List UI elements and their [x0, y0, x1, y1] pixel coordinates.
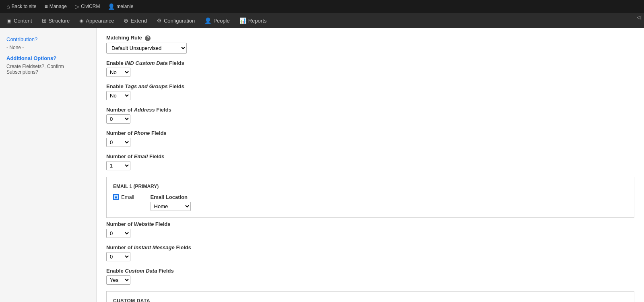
num-phone-italic: Phone — [134, 130, 150, 136]
num-website-group: Number of Website Fields 0 1 2 — [106, 221, 634, 238]
civicrm-label: CiviCRM — [81, 4, 100, 9]
num-instant-label: Number of Instant Message Fields — [106, 244, 634, 250]
appearance-icon: ◈ — [79, 17, 84, 24]
email-box-row: Email Email Location Home Work Other — [113, 194, 627, 211]
email-checkbox[interactable] — [113, 194, 119, 200]
enable-tags-suffix: Fields — [169, 83, 184, 89]
num-email-label-text: Number of — [106, 153, 132, 159]
custom-data-box: CUSTOM DATA Add dynamically ? File Cooki… — [106, 291, 634, 302]
num-address-group: Number of Address Fields 0 1 2 3 — [106, 107, 634, 124]
page-layout: Contribution? - None - Additional Option… — [0, 28, 644, 302]
nav-appearance-label: Appearance — [86, 18, 114, 24]
username-label: melanie — [116, 4, 133, 9]
sidebar-contribution-link[interactable]: Contribution? — [0, 35, 96, 44]
nav-extend[interactable]: ⊕ Extend — [119, 13, 151, 28]
num-address-italic: Address — [134, 107, 155, 113]
num-phone-suffix: Fields — [151, 130, 167, 136]
email-location-group: Email Location Home Work Other — [151, 194, 191, 211]
num-email-group: Number of Email Fields 0 1 2 3 — [106, 153, 634, 170]
sidebar-contribution-none: - None - — [0, 44, 96, 54]
matching-rule-select[interactable]: Default Unsupervised Individual Househol… — [106, 43, 187, 54]
enable-tags-italic: Tags and Groups — [125, 83, 167, 89]
num-phone-label-text: Number of — [106, 130, 132, 136]
num-email-select[interactable]: 0 1 2 3 — [106, 161, 130, 170]
num-website-italic: Website — [134, 221, 154, 227]
num-website-select[interactable]: 0 1 2 — [106, 229, 130, 238]
num-email-label: Number of Email Fields — [106, 153, 634, 159]
num-instant-group: Number of Instant Message Fields 0 1 2 — [106, 244, 634, 261]
nav-people[interactable]: 👤 People — [200, 13, 234, 28]
enable-ind-label: Enable IND Custom Data Fields — [106, 60, 634, 66]
collapse-icon: ◁| — [637, 14, 642, 20]
nav-configuration[interactable]: ⚙ Configuration — [152, 13, 200, 28]
num-website-label-text: Number of — [106, 221, 132, 227]
num-instant-label-text: Number of — [106, 244, 132, 250]
enable-custom-select[interactable]: No Yes — [106, 275, 130, 285]
civicrm-link[interactable]: ▷ CiviCRM — [72, 0, 103, 13]
nav-structure-label: Structure — [49, 18, 70, 24]
content-icon: ▣ — [6, 17, 12, 24]
enable-custom-group: Enable Custom Data Fields No Yes — [106, 268, 634, 285]
nav-content-label: Content — [14, 18, 32, 24]
matching-rule-label-text: Matching Rule — [106, 35, 142, 41]
enable-tags-select[interactable]: No Yes — [106, 91, 130, 100]
email-primary-box: EMAIL 1 (PRIMARY) Email Email Location H… — [106, 177, 634, 218]
email-location-select[interactable]: Home Work Other — [151, 202, 191, 211]
email-checkbox-label: Email — [121, 194, 134, 200]
structure-icon: ⊞ — [42, 17, 47, 24]
email-location-label: Email Location — [151, 194, 191, 200]
extend-icon: ⊕ — [124, 17, 128, 24]
enable-tags-label-text: Enable — [106, 83, 124, 89]
sidebar: Contribution? - None - Additional Option… — [0, 28, 97, 302]
manage-icon: ≡ — [45, 3, 48, 10]
matching-rule-group: Matching Rule ? Default Unsupervised Ind… — [106, 35, 634, 54]
nav-collapse[interactable]: ◁| — [636, 13, 642, 28]
enable-ind-suffix: Fields — [169, 60, 184, 66]
nav-people-label: People — [213, 18, 229, 24]
num-address-label-text: Number of — [106, 107, 132, 113]
people-icon: 👤 — [204, 17, 211, 24]
email-box-title: EMAIL 1 (PRIMARY) — [113, 184, 627, 189]
email-checkbox-group: Email — [113, 194, 134, 200]
enable-ind-select[interactable]: No Yes — [106, 68, 130, 77]
num-address-label: Number of Address Fields — [106, 107, 634, 113]
num-website-label: Number of Website Fields — [106, 221, 634, 227]
sidebar-additional-link[interactable]: Additional Options? — [0, 54, 96, 63]
manage-link[interactable]: ≡ Manage — [41, 0, 70, 13]
user-icon: 👤 — [108, 3, 115, 10]
back-to-site-label: Back to site — [11, 4, 36, 9]
nav-appearance[interactable]: ◈ Appearance — [74, 13, 119, 28]
num-address-suffix: Fields — [156, 107, 171, 113]
matching-rule-help-icon[interactable]: ? — [145, 35, 151, 41]
civicrm-icon: ▷ — [75, 3, 79, 10]
enable-custom-suffix: Fields — [159, 268, 174, 274]
nav-reports-label: Reports — [248, 18, 267, 24]
matching-rule-label: Matching Rule ? — [106, 35, 634, 41]
nav-bar: ▣ Content ⊞ Structure ◈ Appearance ⊕ Ext… — [0, 13, 644, 28]
nav-content[interactable]: ▣ Content — [2, 13, 37, 28]
enable-custom-label: Enable Custom Data Fields — [106, 268, 634, 274]
num-instant-italic: Instant Message — [134, 244, 175, 250]
manage-label: Manage — [50, 4, 67, 9]
user-link[interactable]: 👤 melanie — [105, 0, 136, 13]
num-address-select[interactable]: 0 1 2 3 — [106, 114, 130, 124]
enable-ind-label-text: Enable — [106, 60, 124, 66]
sidebar-additional-desc: Create Fieldsets?, Confirm Subscriptions… — [0, 63, 96, 78]
num-instant-select[interactable]: 0 1 2 — [106, 252, 130, 261]
nav-configuration-label: Configuration — [164, 18, 195, 24]
home-icon: ⌂ — [6, 3, 10, 10]
num-instant-suffix: Fields — [176, 244, 191, 250]
custom-data-title: CUSTOM DATA — [113, 298, 627, 302]
reports-icon: 📊 — [239, 17, 246, 24]
enable-tags-label: Enable Tags and Groups Fields — [106, 83, 634, 89]
num-phone-label: Number of Phone Fields — [106, 130, 634, 136]
admin-bar: ⌂ Back to site ≡ Manage ▷ CiviCRM 👤 mela… — [0, 0, 644, 13]
back-to-site-link[interactable]: ⌂ Back to site — [3, 0, 40, 13]
nav-reports[interactable]: 📊 Reports — [235, 13, 272, 28]
enable-tags-group: Enable Tags and Groups Fields No Yes — [106, 83, 634, 100]
nav-structure[interactable]: ⊞ Structure — [37, 13, 75, 28]
num-website-suffix: Fields — [155, 221, 171, 227]
num-phone-select[interactable]: 0 1 2 3 — [106, 138, 130, 147]
num-email-suffix: Fields — [149, 153, 165, 159]
main-content: Matching Rule ? Default Unsupervised Ind… — [97, 28, 644, 302]
